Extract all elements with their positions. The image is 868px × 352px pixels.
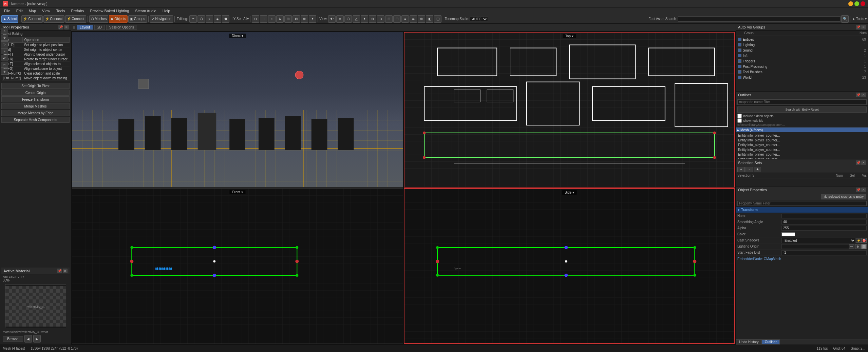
search-entity-reset-btn[interactable]: Search with Entity Reset [737, 106, 867, 113]
tool-props-pin-btn[interactable]: 📌 [58, 25, 63, 30]
group-row[interactable]: Post Processing 1 [737, 64, 867, 69]
outliner-list-item[interactable]: Entity:info_player_counter... [737, 152, 867, 157]
tool-btn-4[interactable]: ↻ [276, 15, 284, 23]
op-action-btn[interactable]: Freeze Transform [1, 96, 70, 102]
fast-asset-input[interactable] [678, 16, 841, 22]
prop-input-lighting-origin[interactable] [781, 244, 849, 249]
material-prev-btn[interactable]: ◀ [24, 335, 32, 343]
menu-edit[interactable]: Edit [14, 8, 25, 14]
menu-file[interactable]: File [1, 8, 13, 14]
outliner-list-item[interactable]: Entity:info_player_counter... [737, 142, 867, 147]
menu-map[interactable]: Map [26, 8, 39, 14]
navigation-btn[interactable]: ↗ Navigation [150, 15, 173, 23]
obj-props-pin-btn[interactable]: 📌 [856, 188, 861, 192]
edit-mode-btn[interactable]: ✏ [189, 15, 197, 23]
tool-btn-7[interactable]: ⊕ [301, 15, 308, 23]
view-btn-7[interactable]: ⊙ [377, 15, 384, 23]
tool-select-icon[interactable]: ↖ [1, 28, 8, 34]
material-next-btn[interactable]: ▶ [33, 335, 41, 343]
view-btn-11[interactable]: ≋ [410, 15, 417, 23]
group-row[interactable]: Sound 2 [737, 47, 867, 53]
layout-tab[interactable]: Layout [77, 25, 93, 30]
prop-input-name[interactable] [781, 214, 867, 218]
auto-vis-pin-btn[interactable]: 📌 [856, 25, 861, 30]
op-action-btn[interactable]: Center Origin [1, 90, 70, 96]
connect-btn-3[interactable]: ⚡ Connect [65, 15, 86, 23]
op-action-btn[interactable]: Merge Meshes by Edge [1, 110, 70, 116]
outliner-list-item[interactable]: Entity:info_player_counter... [737, 138, 867, 142]
viewport-front[interactable]: Front ▾ [72, 188, 403, 344]
view-btn-8[interactable]: ⊞ [385, 15, 393, 23]
close-button[interactable] [861, 1, 865, 6]
outliner-bottom-tab[interactable]: Outliner [762, 339, 780, 345]
menu-view[interactable]: View [39, 8, 53, 14]
prop-input-start-fade[interactable] [781, 250, 867, 255]
include-hidden-checkbox[interactable] [737, 114, 742, 118]
view-btn-4[interactable]: △ [353, 15, 360, 23]
active-mat-pin-btn[interactable]: 📌 [57, 269, 62, 273]
groups-btn[interactable]: ▣ Groups [128, 15, 147, 23]
outliner-close-btn[interactable]: ✕ [861, 93, 866, 97]
group-row[interactable]: Lighting 1 [737, 42, 867, 47]
active-mat-close-btn[interactable]: ✕ [63, 269, 68, 273]
group-row[interactable]: World 23 [737, 75, 867, 80]
tool-btn-5[interactable]: ⊞ [284, 15, 292, 23]
menu-prefabs[interactable]: Prefabs [68, 8, 87, 14]
tool-rotate-icon[interactable]: ↻ [1, 41, 8, 47]
prop-select-cast-shadows[interactable]: Enabled Disabled [781, 238, 856, 243]
lighting-origin-btn-3[interactable]: ⚙ [861, 244, 867, 249]
prop-input-alpha[interactable] [781, 226, 867, 231]
group-row[interactable]: Info 1 [737, 53, 867, 58]
sel-sets-pin-btn[interactable]: 📌 [856, 160, 861, 165]
view-btn-9[interactable]: ⊟ [393, 15, 401, 23]
outliner-pin-btn[interactable]: 📌 [856, 93, 861, 97]
view-btn-3[interactable]: ⬡ [344, 15, 352, 23]
select-tool-btn[interactable]: ▲ Select [1, 15, 18, 23]
menu-tools[interactable]: Tools [54, 8, 68, 14]
group-vis-checkbox[interactable] [738, 48, 741, 52]
sel-sets-minus-btn[interactable]: - [746, 167, 753, 172]
outliner-mesh-item[interactable]: ▸ Mesh (4 faces) [736, 128, 868, 132]
op-action-btn[interactable]: Merge Meshes [1, 103, 70, 109]
color-swatch[interactable] [781, 232, 795, 236]
view-btn-10[interactable]: ≡ [401, 15, 409, 23]
tool-btn-3[interactable]: ↕ [268, 15, 276, 23]
edit-btn-4[interactable]: ◈ [214, 15, 221, 23]
edit-btn-3[interactable]: ▷ [206, 15, 213, 23]
sel-sets-close-btn[interactable]: ✕ [861, 160, 866, 165]
2d-tab[interactable]: 2D [94, 25, 105, 30]
view-btn-2[interactable]: ◈ [336, 15, 344, 23]
objects-btn[interactable]: ◆ Objects [109, 15, 128, 23]
lighting-origin-btn-1[interactable]: ✏ [849, 244, 854, 249]
cast-shadows-extra-btn[interactable]: ⚡ [856, 238, 861, 243]
maximize-button[interactable] [854, 1, 859, 6]
menu-help[interactable]: Help [160, 8, 173, 14]
group-row[interactable]: Tool Brushes 7 [737, 69, 867, 75]
show-node-ids-checkbox[interactable] [737, 118, 742, 123]
tool-brush-icon[interactable]: 🖌 [1, 55, 8, 61]
group-vis-checkbox[interactable] [738, 76, 741, 79]
prop-filter-input[interactable] [737, 201, 867, 206]
edit-btn-2[interactable]: ⬡ [197, 15, 205, 23]
tool-move-icon[interactable]: ✥ [1, 35, 8, 41]
view-btn-1[interactable]: 👁 [328, 15, 336, 23]
op-action-btn[interactable]: Separate Mesh Components [1, 117, 70, 123]
obj-props-close-btn[interactable]: ✕ [861, 188, 866, 192]
minimize-button[interactable] [848, 1, 853, 6]
viewport-3d[interactable]: Direct ▾ [72, 32, 403, 188]
tie-mesh-btn[interactable]: Tie Selected Meshes to Entity [821, 194, 866, 199]
tool-btn-1[interactable]: ⊙ [252, 15, 259, 23]
group-vis-checkbox[interactable] [738, 38, 741, 41]
tool-props-close-btn[interactable]: ✕ [64, 25, 69, 30]
tonemap-select[interactable]: AUTO [470, 17, 488, 21]
group-vis-checkbox[interactable] [738, 70, 741, 74]
sel-sets-add-btn[interactable]: + [737, 167, 745, 172]
tool-scale-icon[interactable]: ⤡ [1, 48, 8, 54]
menu-preview-baked[interactable]: Preview Baked Lighting [87, 8, 132, 14]
view-btn-5[interactable]: ✦ [361, 15, 368, 23]
outliner-list-item[interactable]: Entity:info_player_counter... [737, 133, 867, 138]
fast-asset-search-btn[interactable]: 🔍 [841, 15, 849, 23]
tool-btn-2[interactable]: ↔ [260, 15, 267, 23]
view-btn-13[interactable]: ◧ [426, 15, 433, 23]
tool-btn-6[interactable]: ⊠ [293, 15, 300, 23]
